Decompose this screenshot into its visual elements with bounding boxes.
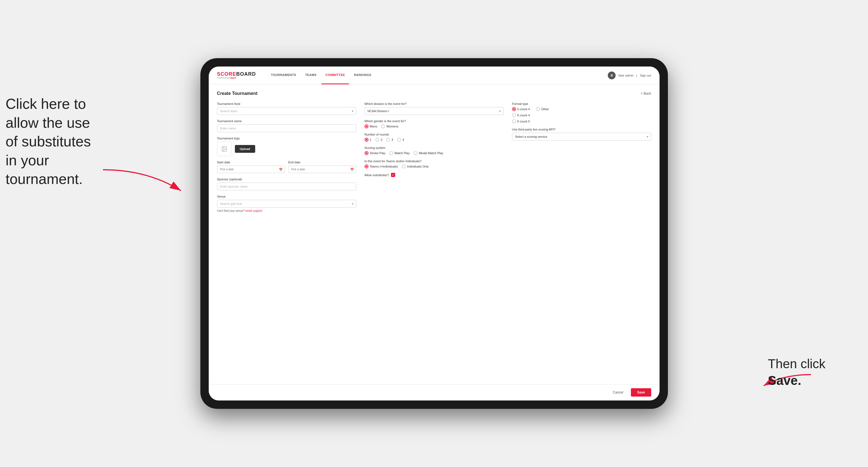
logo-upload-area: Upload — [217, 142, 356, 156]
format-type-label: Format type — [512, 102, 651, 105]
logo-powered: Powered by clippd — [217, 77, 256, 79]
nav-tournaments[interactable]: TOURNAMENTS — [267, 66, 300, 84]
individuals-only-dot — [402, 164, 406, 168]
teams-option[interactable]: Teams (+Individuals) — [365, 164, 398, 168]
end-date-wrapper: 📅 — [288, 165, 356, 173]
form-col-1: Tournament Host Tournament name Tourname… — [217, 102, 356, 217]
gender-womens-label: Womens — [386, 125, 398, 128]
tournament-name-group: Tournament name — [217, 119, 356, 132]
arrow-left-icon — [97, 164, 186, 197]
rounds-radio-group: 1 2 3 4 — [365, 138, 504, 142]
gender-womens-option[interactable]: Womens — [381, 124, 398, 128]
division-group: Which division is the event for? NCAA Di… — [365, 102, 504, 115]
start-date-input[interactable] — [217, 165, 285, 173]
nav-rankings[interactable]: RANKINGS — [350, 66, 375, 84]
nav-committee[interactable]: COMMITTEE — [321, 66, 349, 84]
division-label: Which division is the event for? — [365, 102, 504, 105]
6count5-label: 6 count 5 — [517, 120, 530, 123]
svg-point-2 — [223, 148, 224, 148]
sign-out-link[interactable]: Sign out — [640, 74, 651, 77]
gender-womens-dot — [381, 124, 385, 128]
logo-scoreboard: SCOREBOARD — [217, 71, 256, 76]
6count4-option[interactable]: 6 count 4 — [512, 113, 651, 117]
other-option[interactable]: Other — [536, 107, 549, 111]
user-avatar: B — [608, 71, 616, 79]
rounds-2-option[interactable]: 2 — [375, 138, 382, 142]
rounds-4-label: 4 — [402, 138, 404, 142]
upload-button[interactable]: Upload — [235, 145, 255, 153]
page-content: Create Tournament < Back Tournament Host… — [209, 84, 659, 384]
tournament-host-label: Tournament Host — [217, 102, 356, 105]
rounds-3-option[interactable]: 3 — [386, 138, 393, 142]
scoring-api-label: Use third-party live scoring API? — [512, 128, 651, 131]
gender-label: Which gender is the event for? — [365, 119, 504, 123]
nav-bar: SCOREBOARD Powered by clippd TOURNAMENTS… — [209, 66, 659, 84]
match-play-option[interactable]: Match Play — [389, 151, 410, 155]
back-link[interactable]: < Back — [641, 92, 651, 95]
medal-match-play-label: Medal Match Play — [419, 151, 443, 155]
stroke-play-dot — [365, 151, 368, 155]
tournament-host-input[interactable] — [217, 107, 356, 115]
individuals-only-label: Individuals Only — [407, 165, 429, 168]
medal-match-play-dot — [413, 151, 417, 155]
venue-group: Venue Can't find your venue? email suppo… — [217, 195, 356, 212]
scoring-api-group: Use third-party live scoring API? Select… — [512, 128, 651, 141]
email-support-link[interactable]: email support — [245, 209, 262, 212]
gender-radio-group: Mens Womens — [365, 124, 504, 128]
user-label: blair admin — [618, 74, 633, 77]
rounds-2-dot — [375, 138, 379, 142]
gender-mens-label: Mens — [370, 125, 377, 128]
save-button[interactable]: Save — [631, 388, 651, 397]
stroke-play-option[interactable]: Stroke Play — [365, 151, 385, 155]
nav-teams[interactable]: TEAMS — [301, 66, 320, 84]
tournament-host-group: Tournament Host — [217, 102, 356, 115]
logo-area: SCOREBOARD Powered by clippd — [217, 71, 256, 79]
match-play-label: Match Play — [395, 151, 410, 155]
other-label: Other — [541, 107, 549, 111]
form-col-3: Format type 5 count 4 Other — [512, 102, 651, 217]
start-date-label: Start date — [217, 161, 285, 164]
stroke-play-label: Stroke Play — [370, 151, 385, 155]
medal-match-play-option[interactable]: Medal Match Play — [413, 151, 443, 155]
gender-mens-option[interactable]: Mens — [365, 124, 377, 128]
end-date-input[interactable] — [288, 165, 356, 173]
5count4-dot — [512, 107, 516, 111]
rounds-group: Number of rounds 1 2 — [365, 133, 504, 142]
tournament-name-input[interactable] — [217, 124, 356, 132]
end-date-group: End date 📅 — [288, 161, 356, 173]
teams-dot — [365, 164, 368, 168]
rounds-3-dot — [386, 138, 390, 142]
division-select[interactable]: NCAA Division I NCAA Division II NCAA Di… — [365, 107, 504, 115]
5count4-label: 5 count 4 — [517, 107, 530, 111]
nav-links: TOURNAMENTS TEAMS COMMITTEE RANKINGS — [267, 66, 608, 84]
cancel-button[interactable]: Cancel — [608, 388, 627, 397]
rounds-1-dot — [365, 138, 368, 142]
form-col-2: Which division is the event for? NCAA Di… — [365, 102, 504, 217]
scoring-service-select-wrapper: Select a scoring service — [512, 133, 651, 141]
start-date-wrapper: 📅 — [217, 165, 285, 173]
5count4-option[interactable]: 5 count 4 — [512, 107, 530, 111]
page-header: Create Tournament < Back — [217, 91, 651, 96]
date-row: Start date 📅 End date 📅 — [217, 161, 356, 173]
division-select-wrapper: NCAA Division I NCAA Division II NCAA Di… — [365, 107, 504, 115]
rounds-2-label: 2 — [381, 138, 382, 142]
other-dot — [536, 107, 540, 111]
substitutes-group: Allow substitutes? — [365, 173, 504, 177]
match-play-dot — [389, 151, 393, 155]
nav-separator: | — [636, 74, 637, 77]
rounds-1-option[interactable]: 1 — [365, 138, 372, 142]
sponsor-group: Sponsor (optional) — [217, 178, 356, 190]
venue-label: Venue — [217, 195, 356, 198]
sponsor-input[interactable] — [217, 183, 356, 190]
event-type-label: Is this event for Teams and/or Individua… — [365, 159, 504, 163]
annotation-left-text: Click here to allow the use of substitut… — [6, 95, 106, 189]
rounds-4-option[interactable]: 4 — [397, 138, 404, 142]
6count5-option[interactable]: 6 count 5 — [512, 119, 651, 123]
individuals-only-option[interactable]: Individuals Only — [402, 164, 429, 168]
venue-input[interactable] — [217, 200, 356, 208]
rounds-3-label: 3 — [392, 138, 393, 142]
substitutes-checkbox[interactable] — [391, 173, 395, 177]
rounds-1-label: 1 — [370, 138, 372, 142]
6count4-dot — [512, 113, 516, 117]
scoring-service-select[interactable]: Select a scoring service — [512, 133, 651, 141]
